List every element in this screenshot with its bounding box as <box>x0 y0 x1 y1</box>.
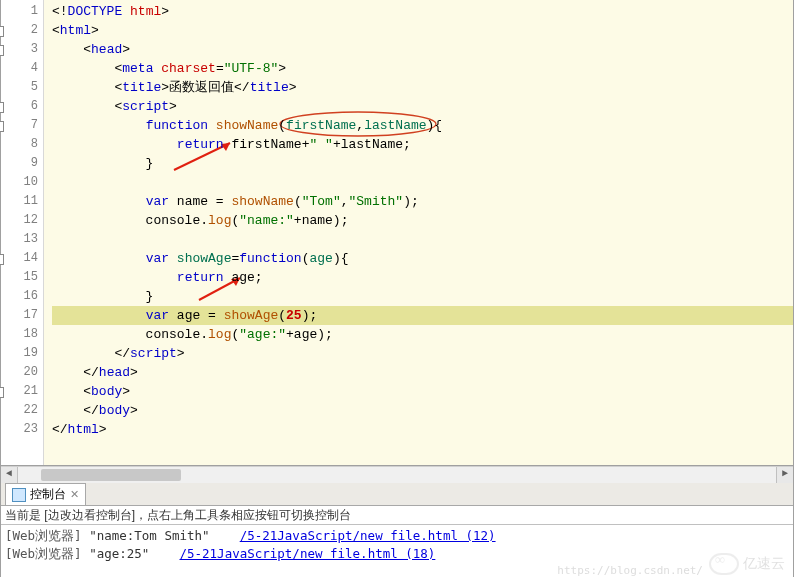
code-line[interactable]: return firstName+" "+lastName; <box>52 135 793 154</box>
code-line[interactable]: <body> <box>52 382 793 401</box>
console-message: "age:25" <box>82 546 180 561</box>
console-row: [Web浏览器] "age:25" /5-21JavaScript/new fi… <box>5 545 789 563</box>
line-number: 15 <box>1 268 38 287</box>
fold-toggle-icon[interactable]: - <box>0 26 4 37</box>
line-number: 10 <box>1 173 38 192</box>
code-line[interactable]: console.log("age:"+age); <box>52 325 793 344</box>
code-line[interactable]: return age; <box>52 268 793 287</box>
close-icon[interactable]: ✕ <box>70 488 79 501</box>
fold-toggle-icon[interactable]: - <box>0 102 4 113</box>
line-number: 11 <box>1 192 38 211</box>
code-line[interactable] <box>52 173 793 192</box>
code-line[interactable]: </script> <box>52 344 793 363</box>
console-output[interactable]: [Web浏览器] "name:Tom Smith" /5-21JavaScrip… <box>1 525 793 577</box>
console-icon <box>12 488 26 502</box>
line-number: 20 <box>1 363 38 382</box>
code-line[interactable]: <meta charset="UTF-8"> <box>52 59 793 78</box>
line-number: 18 <box>1 325 38 344</box>
line-number: 13 <box>1 230 38 249</box>
code-line[interactable]: var showAge=function(age){ <box>52 249 793 268</box>
line-number: 2- <box>1 21 38 40</box>
tab-label: 控制台 <box>30 486 66 503</box>
line-number: 23 <box>1 420 38 439</box>
csdn-watermark: https://blog.csdn.net/ <box>557 564 703 577</box>
code-line[interactable]: var age = showAge(25); <box>52 306 793 325</box>
code-line[interactable]: <!DOCTYPE html> <box>52 2 793 21</box>
scroll-left-arrow[interactable]: ◄ <box>1 467 18 483</box>
fold-toggle-icon[interactable]: - <box>0 121 4 132</box>
tab-console[interactable]: 控制台 ✕ <box>5 483 86 505</box>
code-line[interactable]: </html> <box>52 420 793 439</box>
line-number: 6- <box>1 97 38 116</box>
line-number: 4 <box>1 59 38 78</box>
fold-toggle-icon[interactable]: - <box>0 45 4 56</box>
code-line[interactable]: } <box>52 154 793 173</box>
code-line[interactable]: } <box>52 287 793 306</box>
console-source-link[interactable]: /5-21JavaScript/new file.html (18) <box>179 546 435 561</box>
fold-toggle-icon[interactable]: - <box>0 387 4 398</box>
code-line[interactable]: <html> <box>52 21 793 40</box>
code-line[interactable]: function showName(firstName,lastName){ <box>52 116 793 135</box>
console-source: [Web浏览器] <box>5 528 82 543</box>
line-number-gutter: 12-3-456-7-891011121314-15161718192021-2… <box>1 0 44 465</box>
line-number: 8 <box>1 135 38 154</box>
info-text: 当前是 [边改边看控制台]，点右上角工具条相应按钮可切换控制台 <box>5 508 351 522</box>
line-number: 1 <box>1 2 38 21</box>
line-number: 5 <box>1 78 38 97</box>
ide-window: 12-3-456-7-891011121314-15161718192021-2… <box>0 0 794 577</box>
code-line[interactable]: var name = showName("Tom","Smith"); <box>52 192 793 211</box>
line-number: 21- <box>1 382 38 401</box>
line-number: 7- <box>1 116 38 135</box>
line-number: 12 <box>1 211 38 230</box>
line-number: 19 <box>1 344 38 363</box>
code-line[interactable]: console.log("name:"+name); <box>52 211 793 230</box>
code-line[interactable]: </body> <box>52 401 793 420</box>
code-line[interactable]: <head> <box>52 40 793 59</box>
horizontal-scrollbar[interactable]: ◄ ► <box>1 466 793 483</box>
console-row: [Web浏览器] "name:Tom Smith" /5-21JavaScrip… <box>5 527 789 545</box>
console-message: "name:Tom Smith" <box>82 528 240 543</box>
code-line[interactable]: <title>函数返回值</title> <box>52 78 793 97</box>
line-number: 3- <box>1 40 38 59</box>
console-source: [Web浏览器] <box>5 546 82 561</box>
code-area[interactable]: <!DOCTYPE html><html> <head> <meta chars… <box>44 0 793 465</box>
line-number: 9 <box>1 154 38 173</box>
line-number: 17 <box>1 306 38 325</box>
scrollbar-thumb[interactable] <box>41 469 181 481</box>
fold-toggle-icon[interactable]: - <box>0 254 4 265</box>
console-tab-bar: 控制台 ✕ <box>1 483 793 506</box>
code-editor[interactable]: 12-3-456-7-891011121314-15161718192021-2… <box>1 0 793 466</box>
console-info-bar: 当前是 [边改边看控制台]，点右上角工具条相应按钮可切换控制台 <box>1 506 793 525</box>
line-number: 22 <box>1 401 38 420</box>
scroll-right-arrow[interactable]: ► <box>776 467 793 483</box>
code-line[interactable]: <script> <box>52 97 793 116</box>
console-source-link[interactable]: /5-21JavaScript/new file.html (12) <box>240 528 496 543</box>
code-line[interactable] <box>52 230 793 249</box>
line-number: 14- <box>1 249 38 268</box>
code-line[interactable]: </head> <box>52 363 793 382</box>
line-number: 16 <box>1 287 38 306</box>
